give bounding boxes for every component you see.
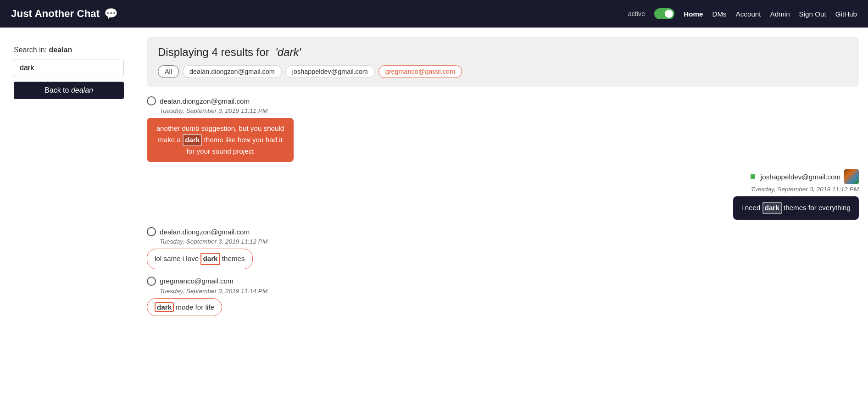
bubble-3: lol same i love dark themes xyxy=(147,249,253,269)
sender-name-2: joshappeldev@gmail.com xyxy=(761,173,840,181)
app-title: Just Another Chat xyxy=(11,8,100,20)
sender-line-4: gregmanco@gmail.com xyxy=(147,277,234,286)
navbar-right: active Home DMs Account Admin Sign Out G… xyxy=(628,8,857,19)
message-1: dealan.diongzon@gmail.com Tuesday, Septe… xyxy=(147,96,859,162)
sidebar: Search in: dealan Back to dealan xyxy=(0,37,138,323)
message-3: dealan.diongzon@gmail.com Tuesday, Septe… xyxy=(147,227,859,269)
message-4: gregmanco@gmail.com Tuesday, September 3… xyxy=(147,277,859,316)
nav-dms[interactable]: DMs xyxy=(712,10,726,18)
timestamp-1: Tuesday, September 3, 2019 11:11 PM xyxy=(160,107,267,114)
navbar: Just Another Chat 💬 active Home DMs Acco… xyxy=(0,0,868,28)
filter-all[interactable]: All xyxy=(158,65,179,78)
nav-signout[interactable]: Sign Out xyxy=(799,10,826,18)
avatar-circle-3 xyxy=(147,227,156,236)
results-area: Displaying 4 results for 'dark' All deal… xyxy=(138,37,868,323)
sender-name-1: dealan.diongzon@gmail.com xyxy=(160,97,250,105)
avatar-circle-4 xyxy=(147,277,156,286)
sender-line-3: dealan.diongzon@gmail.com xyxy=(147,227,250,236)
back-to-room-button[interactable]: Back to dealan xyxy=(14,82,124,99)
keyword-3: dark xyxy=(200,253,220,265)
filter-pills: All dealan.diongzon@gmail.com joshappeld… xyxy=(158,65,848,78)
main-container: Search in: dealan Back to dealan Display… xyxy=(0,28,868,333)
search-input[interactable] xyxy=(14,60,124,76)
results-query: 'dark' xyxy=(275,46,301,58)
sender-name-3: dealan.diongzon@gmail.com xyxy=(160,228,250,236)
brand: Just Another Chat 💬 xyxy=(11,7,118,20)
results-count-text: Displaying 4 results for xyxy=(158,46,269,58)
messages-container: dealan.diongzon@gmail.com Tuesday, Septe… xyxy=(147,96,859,323)
results-header: Displaying 4 results for 'dark' All deal… xyxy=(147,37,859,87)
filter-josh[interactable]: joshappeldev@gmail.com xyxy=(285,65,375,78)
active-label: active xyxy=(628,10,645,17)
chat-icon: 💬 xyxy=(104,7,118,20)
timestamp-2: Tuesday, September 3, 2019 11:12 PM xyxy=(751,186,859,193)
filter-dealan[interactable]: dealan.diongzon@gmail.com xyxy=(183,65,282,78)
active-toggle[interactable] xyxy=(654,8,674,19)
nav-home[interactable]: Home xyxy=(684,10,703,18)
keyword-2: dark xyxy=(762,202,782,214)
bubble-1: another dumb suggestion, but you should … xyxy=(147,118,294,162)
avatar-circle-1 xyxy=(147,96,156,106)
avatar-thumb-2 xyxy=(844,169,859,184)
nav-admin[interactable]: Admin xyxy=(770,10,790,18)
sender-line-1: dealan.diongzon@gmail.com xyxy=(147,96,250,106)
back-room-name: dealan xyxy=(71,86,93,94)
timestamp-4: Tuesday, September 3, 2019 11:14 PM xyxy=(160,288,267,294)
bubble-4: dark mode for life xyxy=(147,298,222,316)
nav-github[interactable]: GitHub xyxy=(835,10,857,18)
nav-account[interactable]: Account xyxy=(736,10,761,18)
sender-line-2: joshappeldev@gmail.com xyxy=(751,169,859,184)
online-dot-2 xyxy=(751,174,755,179)
search-in-label: Search in: dealan xyxy=(14,46,124,54)
search-in-room: dealan xyxy=(49,46,72,54)
keyword-1: dark xyxy=(183,134,202,146)
bubble-2: i need dark themes for everything xyxy=(733,196,859,220)
message-2: joshappeldev@gmail.com Tuesday, Septembe… xyxy=(147,169,859,220)
timestamp-3: Tuesday, September 3, 2019 11:12 PM xyxy=(160,238,267,245)
keyword-4: dark xyxy=(155,302,174,312)
sender-name-4: gregmanco@gmail.com xyxy=(160,277,234,285)
filter-greg[interactable]: gregmanco@gmail.com xyxy=(378,65,462,78)
results-title: Displaying 4 results for 'dark' xyxy=(158,46,848,59)
